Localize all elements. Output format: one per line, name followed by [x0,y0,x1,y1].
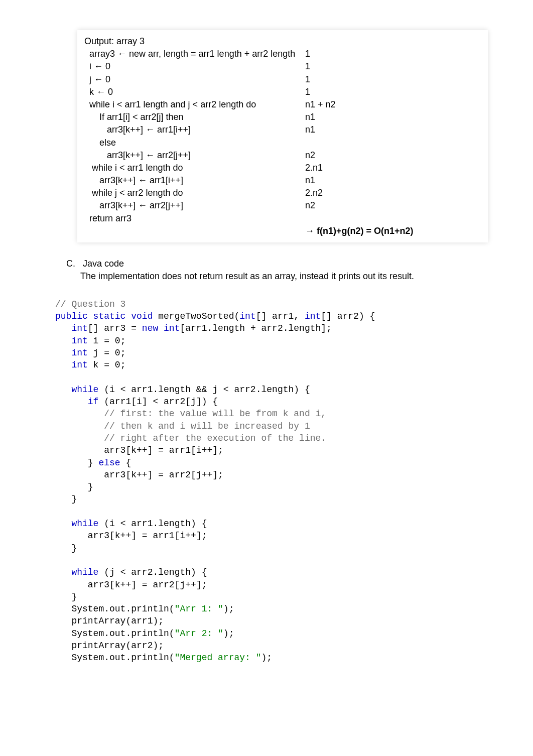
code-text: System.out.println( [55,604,175,614]
pseudo-row: Output: array 3 [84,35,481,48]
code-text: } [55,543,77,553]
code-text: ); [223,604,234,614]
pseudo-left: while j < arr2 length do [84,187,305,199]
pseudocode-box: Output: array 3 array3 ← new arr, length… [77,30,488,242]
code-text: [arr1.length + arr2.length]; [180,323,331,333]
code-comment: // Question 3 [55,299,125,309]
code-string: "Arr 1: " [175,604,223,614]
code-text: arr3[k++] = arr2[j++]; [55,580,207,590]
code-comment: // then k and i will be increased by 1 [55,421,310,431]
pseudo-left: else [84,137,305,149]
code-text: printArray(arr2); [55,641,164,651]
pseudo-left: j ← 0 [84,73,305,86]
code-text: (j < arr2.length) { [98,567,207,577]
code-text: printArray(arr1); [55,616,164,626]
pseudo-row: arr3[k++] ← arr2[j++]n2 [84,199,481,212]
code-text: [] arr2) { [321,311,375,321]
code-kw: while [55,385,98,395]
section-c-heading: C. Java code [66,258,488,270]
code-comment: // right after the execution of the line… [55,433,326,443]
pseudo-right: n2 [305,199,315,212]
pseudo-right: n1 + n2 [305,98,336,111]
code-kw: else [98,458,120,468]
code-text: i = [88,336,115,346]
code-text: System.out.println( [55,628,175,639]
code-string: "Arr 2: " [175,628,223,639]
pseudo-left: array3 ← new arr, length = arr1 length +… [84,48,305,60]
pseudo-row: arr3[k++] ← arr2[j++]n2 [84,149,481,162]
code-text: k = [88,360,115,370]
code-text: ; [120,348,126,358]
code-kw: if [55,397,98,407]
pseudo-row: else [84,137,481,149]
pseudo-right: 1 [305,73,310,86]
pseudo-right: n1 [305,174,315,187]
pseudo-right: 1 [305,48,310,60]
pseudo-left [84,225,305,237]
code-text: ); [223,628,234,639]
code-kw: int [55,336,88,346]
code-comment: // first: the value will be from k and i… [55,409,326,419]
pseudo-left: k ← 0 [84,86,305,98]
code-text: System.out.println( [55,653,175,663]
code-kw: int [55,323,88,333]
pseudo-right: 2.n2 [305,187,323,199]
code-text: arr3[k++] = arr1[i++]; [55,445,223,455]
pseudo-row: while i < arr1 length and j < arr2 lengt… [84,98,481,111]
pseudo-left: Output: array 3 [84,35,305,48]
java-code-block: // Question 3 public static void mergeTw… [55,286,488,664]
code-text: arr3[k++] = arr1[i++]; [55,531,207,541]
pseudo-row: arr3[k++] ← arr1[i++]n1 [84,174,481,187]
pseudo-right: n2 [305,149,315,162]
code-kw: while [55,519,98,529]
code-text: ; [120,360,126,370]
section-description: The implementation does not return resul… [80,270,488,283]
pseudo-left: If arr1[i] < arr2[j] then [84,111,305,123]
code-text: (i < arr1.length && j < arr2.length) { [98,385,310,395]
pseudo-left: arr3[k++] ← arr1[i++] [84,123,305,136]
code-text: } [55,494,77,504]
pseudo-right: 1 [305,60,310,73]
pseudo-row: k ← 01 [84,86,481,98]
code-num: 0 [115,336,120,346]
code-kw: while [55,567,98,577]
pseudo-row: while i < arr1 length do2.n1 [84,162,481,174]
code-kw: int [55,360,88,370]
code-text: ); [261,653,272,663]
pseudo-right: n1 [305,123,315,136]
pseudo-row: j ← 01 [84,73,481,86]
code-kw: public static void [55,311,153,321]
code-text: } [55,592,77,602]
code-text: [] arr3 = [88,323,142,333]
code-kw: int [239,311,255,321]
document-page: Output: array 3 array3 ← new arr, length… [0,0,533,684]
code-text: mergeTwoSorted( [153,311,239,321]
pseudo-right: n1 [305,111,315,123]
code-kw: int [305,311,321,321]
code-text: { [120,458,131,468]
pseudo-row: while j < arr2 length do2.n2 [84,187,481,199]
pseudo-right: → f(n1)+g(n2) = O(n1+n2) [305,225,414,237]
code-kw: int [55,348,88,358]
code-string: "Merged array: " [175,653,261,663]
pseudo-row: If arr1[i] < arr2[j] thenn1 [84,111,481,123]
code-text: ; [120,336,126,346]
code-text: [] arr1, [256,311,305,321]
code-text: } [55,458,98,468]
code-text: (i < arr1.length) { [98,519,207,529]
pseudo-left: arr3[k++] ← arr1[i++] [84,174,305,187]
section-title: Java code [83,259,124,269]
pseudo-row: i ← 01 [84,60,481,73]
pseudo-left: i ← 0 [84,60,305,73]
code-kw: new int [142,323,180,333]
code-text: } [55,482,93,492]
code-text: (arr1[i] < arr2[j]) { [98,397,218,407]
pseudo-left: return arr3 [84,212,305,225]
code-text: arr3[k++] = arr2[j++]; [55,470,223,480]
pseudo-left: arr3[k++] ← arr2[j++] [84,149,305,162]
pseudo-right: 2.n1 [305,162,323,174]
pseudo-left: while i < arr1 length do [84,162,305,174]
pseudo-row: → f(n1)+g(n2) = O(n1+n2) [84,225,481,237]
pseudo-right: 1 [305,86,310,98]
pseudo-row: arr3[k++] ← arr1[i++]n1 [84,123,481,136]
